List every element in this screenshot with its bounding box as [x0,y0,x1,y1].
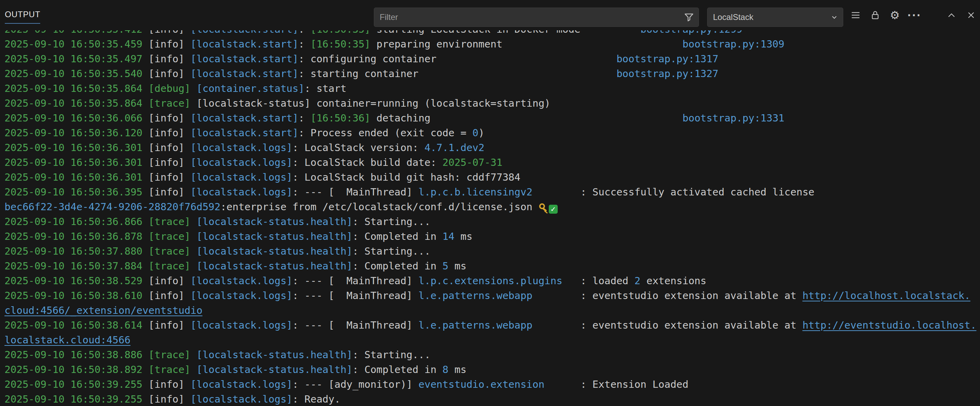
url-link[interactable]: http://localhost.localstack. [802,290,970,301]
log-line: 2025-09-10 16:50:35.540 [info] [localsta… [5,66,977,81]
log-line: 2025-09-10 16:50:35.497 [info] [localsta… [5,52,977,66]
log-line: 2025-09-10 16:50:35.864 [debug] [contain… [5,81,977,96]
log-line: 2025-09-10 16:50:38.886 [trace] [localst… [5,347,977,362]
gear-icon[interactable]: ⚙ [889,9,901,21]
panel-header: OUTPUT LocalStack ⚙ · [0,0,980,30]
log-line: 2025-09-10 16:50:36.301 [info] [localsta… [5,170,977,185]
log-line: 2025-09-10 16:50:36.120 [info] [localsta… [5,126,977,141]
log-line: 2025-09-10 16:50:38.529 [info] [localsta… [5,273,977,288]
log-line: bec66f22-3d4e-4274-9206-28820f76d592:ent… [5,200,977,214]
output-channel-label: LocalStack [713,13,753,22]
log-line: 2025-09-10 16:50:36.066 [info] [localsta… [5,111,977,126]
lock-icon[interactable] [869,9,881,21]
key-emoji [538,203,549,212]
log-line: 2025-09-10 16:50:37.880 [trace] [localst… [5,244,977,259]
log-line: 2025-09-10 16:50:35.864 [trace] [localst… [5,96,977,111]
log-line: 2025-09-10 16:50:37.884 [trace] [localst… [5,259,977,273]
log-line: 2025-09-10 16:50:38.614 [info] [localsta… [5,318,977,333]
log-line: 2025-09-10 16:50:39.255 [info] [localsta… [5,377,977,392]
file-link[interactable]: bootstrap.py:1331 [682,112,784,124]
chevron-down-icon [829,12,840,22]
log-line: 2025-09-10 16:50:35.459 [info] [localsta… [5,37,977,52]
output-channel-select[interactable]: LocalStack [707,8,843,27]
file-link[interactable]: bootstrap.py:1327 [616,68,719,80]
filter-box [374,8,699,27]
lines-icon[interactable] [850,9,862,21]
log-line: cloud:4566/_extension/eventstudio [5,303,977,318]
maximize-panel-icon[interactable] [945,9,958,21]
ellipsis-icon[interactable]: ··· [908,9,921,21]
check-emoji [549,205,558,214]
log-line: 2025-09-10 16:50:39.255 [info] [localsta… [5,392,977,406]
log-line: 2025-09-10 16:50:36.395 [info] [localsta… [5,185,977,200]
tab-output[interactable]: OUTPUT [5,10,40,24]
log-line: 2025-09-10 16:50:36.878 [trace] [localst… [5,229,977,244]
url-link[interactable]: localstack.cloud:4566 [5,334,130,346]
log-line: 2025-09-10 16:50:36.301 [info] [localsta… [5,155,977,170]
log-line: 2025-09-10 16:50:36.301 [info] [localsta… [5,141,977,155]
log-line: 2025-09-10 16:50:38.892 [trace] [localst… [5,362,977,377]
file-link[interactable]: bootstrap.py:1317 [616,53,719,65]
url-link[interactable]: http://eventstudio.localhost. [802,319,976,331]
close-panel-icon[interactable] [965,9,977,21]
filter-icon[interactable] [684,12,694,22]
file-link[interactable]: bootstrap.py:1309 [682,38,784,50]
log-line: 2025-09-10 16:50:36.866 [trace] [localst… [5,214,977,229]
filter-input[interactable] [374,8,699,27]
log-line: localstack.cloud:4566 [5,333,977,347]
log-line: 2025-09-10 16:50:38.610 [info] [localsta… [5,288,977,303]
panel-actions: ⚙ ··· [850,0,977,30]
log-output: 2025-09-10 16:50:35.412 [info] [localsta… [0,22,980,406]
url-link[interactable]: cloud:4566/_extension/eventstudio [5,305,202,316]
